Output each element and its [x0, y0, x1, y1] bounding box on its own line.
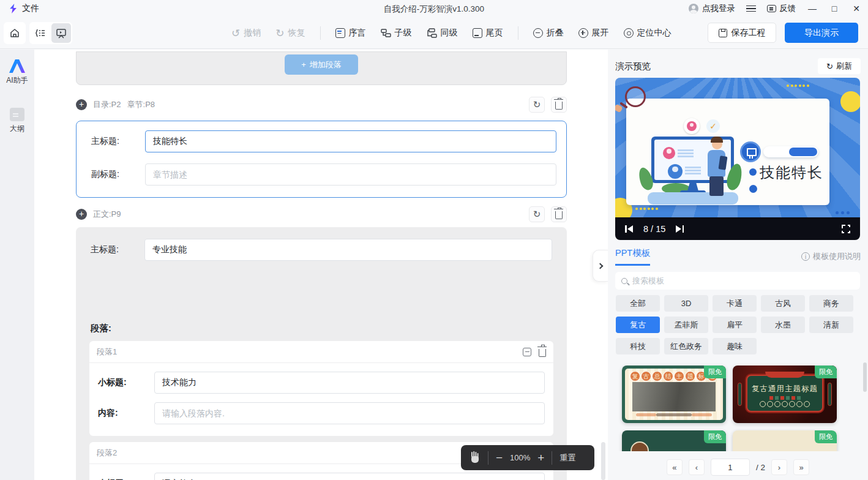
- category-business[interactable]: 商务: [809, 295, 853, 312]
- sibling-node-button[interactable]: 同级: [427, 28, 458, 39]
- panel-collapse-handle[interactable]: [593, 250, 608, 282]
- paragraph2-subtitle-input[interactable]: [154, 473, 545, 480]
- main-title-label: 主标题:: [91, 136, 145, 147]
- category-all[interactable]: 全部: [616, 295, 660, 312]
- maximize-button[interactable]: □: [829, 4, 840, 13]
- category-red-gov[interactable]: 红色政务: [664, 338, 708, 354]
- outline-view-button[interactable]: [31, 23, 50, 43]
- collapse-button[interactable]: 折叠: [533, 28, 564, 39]
- prev-page-button[interactable]: ‹: [689, 459, 705, 475]
- close-button[interactable]: ✕: [851, 4, 862, 13]
- category-fun[interactable]: 趣味: [713, 338, 757, 354]
- section1-header: + 目录:P2 章节:P8 ↻: [76, 97, 567, 113]
- template-thumb-2[interactable]: 限免 复古通用主题标题: [733, 366, 837, 423]
- undo-icon: ↺: [231, 28, 240, 39]
- template-categories: 全部 3D 卡通 古风 商务 复古 孟菲斯 扁平 水墨 清新 科技 红色政务 趣…: [616, 295, 859, 354]
- category-ink[interactable]: 水墨: [761, 317, 805, 333]
- export-button[interactable]: 导出演示: [785, 23, 858, 43]
- locate-center-button[interactable]: 定位中心: [624, 28, 672, 39]
- template1-photo: [632, 382, 716, 411]
- add-section-icon[interactable]: +: [76, 99, 87, 110]
- login-button[interactable]: 点我登录: [689, 3, 735, 14]
- outline-doc-icon: [10, 108, 24, 121]
- previous-slide-icon[interactable]: [625, 225, 634, 233]
- body-main-title-input[interactable]: [144, 239, 552, 261]
- section1-refresh-button[interactable]: ↻: [529, 97, 545, 113]
- preview-refresh-button[interactable]: ↻刷新: [818, 58, 861, 74]
- preface-button[interactable]: 序言: [335, 28, 366, 39]
- category-flat[interactable]: 扁平: [713, 317, 757, 333]
- category-3d[interactable]: 3D: [664, 295, 708, 312]
- paragraph1-title: 段落1: [97, 347, 117, 358]
- free-badge: 限免: [704, 366, 726, 378]
- tail-page-icon: [473, 28, 482, 38]
- paragraph1-content-input[interactable]: [154, 402, 545, 424]
- next-slide-icon[interactable]: [675, 225, 684, 233]
- page-number-input[interactable]: [711, 459, 750, 476]
- category-tech[interactable]: 科技: [616, 338, 660, 354]
- subtitle-input[interactable]: [145, 163, 556, 186]
- template-thumb-3[interactable]: 限免: [622, 430, 726, 451]
- zoom-in-button[interactable]: +: [537, 452, 544, 463]
- feedback-button[interactable]: 反馈: [767, 3, 796, 14]
- paragraph1-card: 段落1 小标题: 内容:: [89, 341, 553, 436]
- undo-button[interactable]: ↺撤销: [231, 28, 261, 39]
- fullscreen-icon[interactable]: [842, 225, 850, 233]
- section2-refresh-button[interactable]: ↻: [529, 206, 545, 222]
- slide-title-text: 技能特长: [760, 163, 823, 182]
- template-usage-link[interactable]: i 模板使用说明: [801, 251, 861, 262]
- child-node-button[interactable]: 子级: [381, 28, 412, 39]
- template-scrollbar[interactable]: [863, 362, 867, 392]
- last-page-button[interactable]: »: [793, 459, 809, 475]
- toolbar-right: 保存工程 导出演示: [708, 23, 858, 43]
- avatar-icon: [689, 4, 698, 13]
- more-dots-decoration: [836, 211, 850, 214]
- outline-editor: +增加段落 + 目录:P2 章节:P8 ↻ 主标题: 副标题: + 正文:P9: [34, 50, 608, 480]
- category-ancient[interactable]: 古风: [761, 295, 805, 312]
- main-title-input[interactable]: [145, 130, 556, 152]
- zoom-reset-button[interactable]: 重置: [559, 452, 575, 463]
- canvas-zoom-toolbar: − 100% + 重置: [461, 445, 594, 470]
- delete-paragraph-icon[interactable]: [539, 349, 546, 357]
- template-thumb-1[interactable]: 限免 复古总结主题标题: [622, 366, 726, 423]
- category-fresh[interactable]: 清新: [809, 317, 853, 333]
- minimize-button[interactable]: —: [807, 4, 818, 13]
- hamburger-menu-icon[interactable]: [746, 6, 756, 12]
- tail-page-button[interactable]: 尾页: [473, 28, 503, 39]
- add-section-icon[interactable]: +: [76, 209, 87, 220]
- category-memphis[interactable]: 孟菲斯: [664, 317, 708, 333]
- zoom-out-button[interactable]: −: [496, 452, 503, 463]
- sidebar-item-outline[interactable]: 大纲: [0, 108, 34, 134]
- check-decoration: ✓: [706, 119, 720, 133]
- titlebar: 文件 自我介绍-万彩智演v1.0.300 点我登录 反馈 — □ ✕: [0, 0, 868, 17]
- expand-button[interactable]: 展开: [578, 28, 609, 39]
- template-list: 限免 复古总结主题标题 限免 复古通用主题标题 限免: [615, 362, 860, 451]
- collapse-paragraph-icon[interactable]: [523, 348, 531, 356]
- pan-hand-icon[interactable]: [470, 452, 481, 464]
- template-search[interactable]: [615, 272, 860, 290]
- editor-scrollbar[interactable]: [601, 442, 605, 480]
- section1-delete-button[interactable]: [551, 97, 567, 113]
- save-project-button[interactable]: 保存工程: [708, 23, 776, 43]
- save-icon: [719, 29, 727, 37]
- section2-delete-button[interactable]: [551, 206, 567, 222]
- first-page-button[interactable]: «: [667, 459, 683, 475]
- trash-icon: [555, 102, 563, 110]
- tab-ppt-templates[interactable]: PPT模板: [615, 247, 650, 266]
- redo-button[interactable]: ↻恢复: [275, 28, 305, 39]
- preface-page-icon: [335, 28, 345, 38]
- next-page-button[interactable]: ›: [771, 459, 787, 475]
- slide-preview[interactable]: ✓ 技能特长: [615, 78, 860, 217]
- template-thumb-4[interactable]: 限免: [733, 430, 837, 451]
- progress-pill: [763, 146, 818, 157]
- add-paragraph-button[interactable]: +增加段落: [285, 54, 358, 75]
- category-cartoon[interactable]: 卡通: [713, 295, 757, 312]
- section1-tag-chapter: 章节:P8: [127, 99, 155, 110]
- home-button[interactable]: [4, 22, 26, 44]
- sibling-node-icon: [427, 28, 437, 38]
- category-retro[interactable]: 复古: [616, 317, 660, 333]
- paragraph1-subtitle-input[interactable]: [154, 372, 545, 394]
- template-search-input[interactable]: [632, 276, 854, 285]
- board-view-button[interactable]: [51, 23, 71, 43]
- sidebar-item-ai-assistant[interactable]: AI助手: [0, 59, 34, 86]
